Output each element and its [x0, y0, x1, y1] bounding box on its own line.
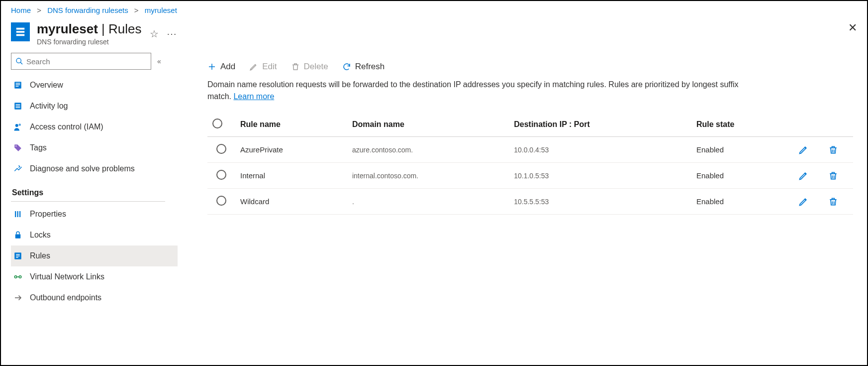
cell-rule-state: Enabled [691, 163, 793, 189]
breadcrumb-item-current[interactable]: myruleset [145, 6, 177, 14]
refresh-button[interactable]: Refresh [342, 62, 385, 72]
resource-icon [11, 22, 30, 41]
sidebar-item-label: Diagnose and solve problems [30, 164, 135, 173]
main-content: Add Edit Delete Refresh Domain name reso… [178, 53, 867, 308]
sidebar-item-outbound-endpoints[interactable]: Outbound endpoints [11, 287, 178, 308]
search-icon [15, 57, 23, 65]
sidebar-item-label: Locks [30, 231, 51, 240]
svg-rect-16 [15, 235, 21, 239]
breadcrumb: Home > DNS forwarding rulesets > myrules… [1, 1, 867, 17]
select-all[interactable] [207, 113, 235, 137]
svg-point-0 [16, 58, 21, 63]
title-resource-name: myruleset [37, 21, 98, 36]
favorite-button[interactable]: ☆ [150, 28, 159, 40]
overview-icon [13, 80, 23, 90]
svg-rect-13 [15, 211, 16, 217]
cell-rule-state: Enabled [691, 189, 793, 215]
sidebar-section-settings: Settings [11, 188, 178, 200]
trash-icon [291, 62, 300, 71]
cell-rule-state: Enabled [691, 137, 793, 163]
collapse-sidebar-button[interactable]: « [157, 57, 161, 65]
refresh-icon [342, 62, 351, 71]
access-control-icon [13, 122, 23, 132]
edit-row-button[interactable] [798, 171, 818, 181]
sidebar-item-label: Rules [30, 251, 50, 260]
sidebar-item-label: Overview [30, 81, 63, 90]
add-button[interactable]: Add [207, 62, 235, 72]
rules-icon [13, 251, 23, 261]
sidebar-item-rules[interactable]: Rules [11, 245, 178, 266]
search-box[interactable] [11, 53, 151, 70]
toolbar-label: Add [220, 62, 235, 72]
chevron-right-icon: > [134, 6, 139, 14]
chevron-right-icon: > [37, 6, 41, 14]
properties-icon [13, 209, 23, 219]
sidebar-item-label: Activity log [30, 102, 68, 111]
learn-more-link[interactable]: Learn more [233, 92, 274, 101]
sidebar-item-label: Tags [30, 143, 47, 152]
locks-icon [13, 230, 23, 240]
toolbar: Add Edit Delete Refresh [207, 53, 853, 79]
cell-domain-name: . [347, 189, 509, 215]
column-header-rule-state[interactable]: Rule state [691, 113, 793, 137]
row-select-radio[interactable] [216, 170, 226, 180]
activity-log-icon [13, 101, 23, 111]
toolbar-label: Refresh [355, 62, 385, 72]
diagnose-icon [13, 164, 23, 174]
toolbar-label: Delete [304, 62, 328, 72]
column-header-destination[interactable]: Destination IP : Port [509, 113, 691, 137]
row-select-radio[interactable] [216, 144, 226, 154]
column-header-domain-name[interactable]: Domain name [347, 113, 509, 137]
column-header-rule-name[interactable]: Rule name [235, 113, 347, 137]
table-row[interactable]: AzurePrivateazure.contoso.com.10.0.0.4:5… [207, 137, 853, 163]
sidebar-item-label: Access control (IAM) [30, 122, 103, 131]
outbound-endpoints-icon [13, 293, 23, 303]
svg-rect-15 [19, 211, 20, 217]
divider [11, 201, 165, 202]
cell-domain-name: azure.contoso.com. [347, 137, 509, 163]
close-button[interactable]: ✕ [848, 21, 857, 34]
page-header: myruleset | Rules DNS forwarding ruleset… [1, 17, 867, 53]
svg-point-12 [15, 145, 16, 146]
row-select-radio[interactable] [216, 196, 226, 206]
pencil-icon [249, 62, 258, 71]
table-row[interactable]: Internalinternal.contoso.com.10.1.0.5:53… [207, 163, 853, 189]
plus-icon [207, 62, 216, 71]
tags-icon [13, 143, 23, 153]
edit-row-button[interactable] [798, 197, 818, 207]
title-section-name: Rules [108, 21, 141, 36]
cell-domain-name: internal.contoso.com. [347, 163, 509, 189]
table-row[interactable]: Wildcard.10.5.5.5:53Enabled [207, 189, 853, 215]
sidebar-item-properties[interactable]: Properties [11, 204, 178, 225]
svg-point-11 [19, 123, 21, 126]
svg-rect-4 [16, 85, 20, 86]
svg-point-10 [15, 124, 18, 127]
edit-button: Edit [249, 62, 277, 72]
sidebar-item-tags[interactable]: Tags [11, 137, 178, 158]
breadcrumb-item-rulesets[interactable]: DNS forwarding rulesets [47, 6, 128, 14]
svg-point-18 [14, 276, 17, 278]
delete-row-button[interactable] [828, 171, 848, 181]
delete-row-button[interactable] [828, 145, 848, 155]
sidebar-item-activity-log[interactable]: Activity log [11, 96, 178, 117]
sidebar-item-label: Outbound endpoints [30, 293, 101, 302]
breadcrumb-item-home[interactable]: Home [11, 6, 31, 14]
svg-rect-3 [16, 83, 20, 84]
edit-row-button[interactable] [798, 145, 818, 155]
svg-point-19 [19, 276, 21, 278]
sidebar-item-label: Virtual Network Links [30, 272, 104, 281]
delete-row-button[interactable] [828, 197, 848, 207]
cell-destination: 10.5.5.5:53 [509, 189, 691, 215]
rules-table: Rule name Domain name Destination IP : P… [207, 113, 853, 215]
page-subtitle: DNS forwarding ruleset [37, 38, 142, 46]
more-actions-button[interactable]: ⋯ [167, 28, 177, 40]
vnet-links-icon [13, 272, 23, 282]
svg-rect-14 [17, 211, 18, 217]
sidebar-item-vnet-links[interactable]: Virtual Network Links [11, 266, 178, 287]
search-input[interactable] [26, 57, 147, 66]
sidebar-item-access-control[interactable]: Access control (IAM) [11, 117, 178, 137]
sidebar-item-locks[interactable]: Locks [11, 225, 178, 245]
sidebar-item-overview[interactable]: Overview [11, 75, 178, 96]
sidebar-item-diagnose[interactable]: Diagnose and solve problems [11, 158, 178, 179]
cell-destination: 10.0.0.4:53 [509, 137, 691, 163]
